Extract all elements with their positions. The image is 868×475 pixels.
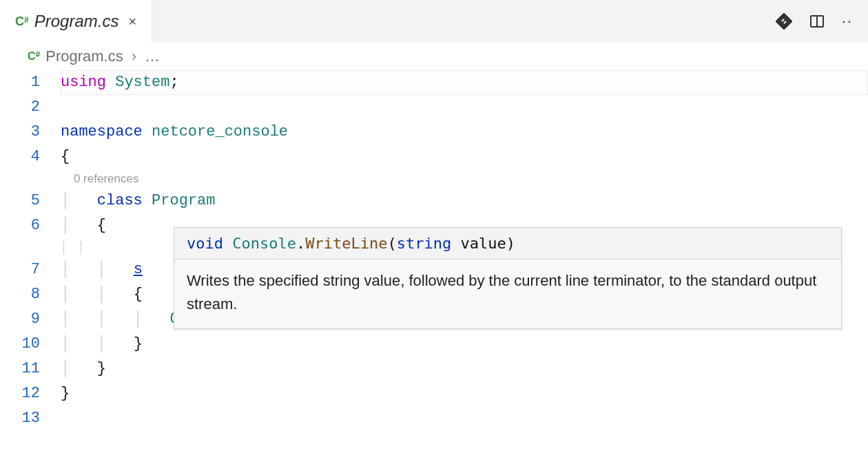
- line-number: 13: [0, 406, 61, 431]
- line-number: 7: [0, 257, 61, 282]
- tab-bar: C Program.cs × ··: [0, 0, 868, 43]
- code-line[interactable]: 5 │ class Program: [0, 189, 868, 213]
- line-number: 12: [0, 381, 61, 406]
- line-number: 10: [0, 332, 61, 357]
- code-line[interactable]: 1 using System;: [0, 70, 868, 95]
- line-number: 8: [0, 282, 61, 307]
- line-number: 9: [0, 307, 61, 332]
- editor-tab[interactable]: C Program.cs ×: [0, 0, 152, 43]
- csharp-file-icon: C: [28, 50, 39, 63]
- hover-tooltip: void Console.WriteLine(string value) Wri…: [174, 227, 842, 329]
- code-line[interactable]: 13: [0, 406, 868, 431]
- line-number: 4: [0, 145, 61, 169]
- line-number: 6: [0, 213, 61, 238]
- breadcrumb[interactable]: C Program.cs › …: [0, 43, 868, 70]
- line-number: 3: [0, 120, 61, 145]
- tab-title: Program.cs: [34, 12, 119, 31]
- line-number: 5: [0, 189, 61, 213]
- codelens[interactable]: . 0 references: [0, 169, 868, 189]
- code-line[interactable]: 12 }: [0, 381, 868, 406]
- line-number: 2: [0, 95, 61, 120]
- editor-toolbar: ··: [776, 0, 868, 43]
- code-line[interactable]: 4 {: [0, 145, 868, 169]
- csharp-file-icon: C: [15, 14, 28, 29]
- line-number: 11: [0, 357, 61, 381]
- close-tab-button[interactable]: ×: [125, 12, 139, 31]
- split-editor-icon[interactable]: [809, 13, 825, 30]
- line-number: 1: [0, 70, 61, 95]
- code-line[interactable]: 10 │ │ }: [0, 332, 868, 357]
- hover-signature: void Console.WriteLine(string value): [174, 228, 841, 260]
- code-line[interactable]: 2: [0, 95, 868, 120]
- code-line[interactable]: 11 │ }: [0, 357, 868, 381]
- hover-documentation: Writes the specified string value, follo…: [174, 260, 841, 328]
- svg-rect-0: [776, 13, 792, 30]
- breadcrumb-rest: …: [145, 48, 160, 65]
- open-changes-icon[interactable]: [776, 13, 792, 30]
- code-line[interactable]: 3 namespace netcore_console: [0, 120, 868, 145]
- more-actions-button[interactable]: ··: [842, 12, 853, 30]
- code-editor[interactable]: 1 using System; 2 3 namespace netcore_co…: [0, 70, 868, 431]
- breadcrumb-file: Program.cs: [45, 48, 123, 65]
- chevron-right-icon: ›: [132, 48, 136, 65]
